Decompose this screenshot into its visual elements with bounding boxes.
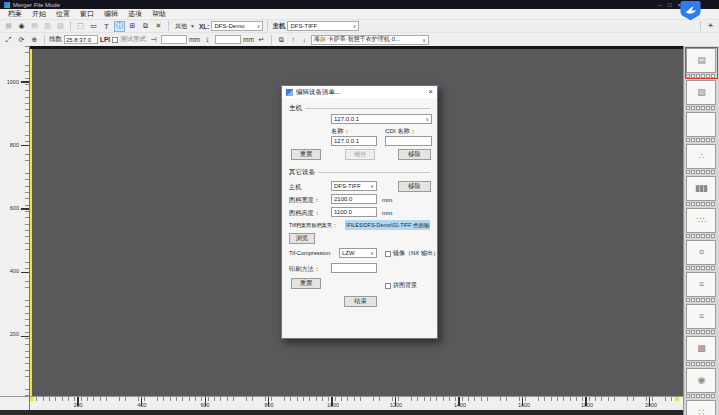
- thumbnail-image: ∵∴: [696, 216, 705, 225]
- toolbar-icon[interactable]: ▤: [29, 21, 40, 32]
- thumbnail-image: ▩: [697, 344, 705, 353]
- cdi-name-input[interactable]: [385, 136, 432, 146]
- device-host-label: 主机: [289, 183, 301, 192]
- background-checkbox[interactable]: 拼图背景: [385, 281, 417, 290]
- dialog-close-icon[interactable]: ×: [428, 88, 433, 96]
- toolbar-icon[interactable]: T: [101, 21, 112, 32]
- remove-host-button[interactable]: 移除: [398, 149, 431, 160]
- job-thumbnail[interactable]: ∴: [686, 144, 717, 174]
- image-height-input[interactable]: 1100.0: [331, 207, 377, 217]
- mirror-checkbox[interactable]: 镜像（NX 输出）: [385, 249, 439, 258]
- save-button[interactable]: 储存: [345, 149, 375, 160]
- horizontal-ruler: 200400600800100012001400160018002000: [30, 396, 683, 410]
- job-thumbnail[interactable]: ¤: [686, 240, 717, 270]
- menu-bar: 档案开始位置窗口编辑选项帮助: [0, 9, 719, 20]
- thumbnail-image: ≡: [699, 280, 703, 289]
- toolbar-icon[interactable]: ⊞: [127, 21, 138, 32]
- job-thumbnail[interactable]: ≡: [686, 304, 717, 334]
- tiff-folder-label: Tiff档案目标档案夹：: [289, 222, 337, 229]
- job-thumbnail[interactable]: ≡: [686, 272, 717, 302]
- menu-item[interactable]: 窗口: [75, 9, 99, 19]
- toolbar-icon[interactable]: ▨: [55, 21, 66, 32]
- finish-button[interactable]: 结束: [344, 296, 377, 307]
- ruler-label: 600: [10, 205, 19, 211]
- chevron-down-icon: ∨: [425, 116, 429, 122]
- security-shield-icon[interactable]: [679, 0, 702, 21]
- toolbar-icon[interactable]: ⟳: [16, 34, 27, 45]
- separation-chips: [686, 202, 717, 206]
- ruler-label: 2000: [645, 402, 657, 408]
- ruler-label: 1000: [327, 402, 339, 408]
- ruler-label: 400: [137, 402, 146, 408]
- test-mode-checkbox[interactable]: [112, 37, 118, 43]
- offset-input[interactable]: [215, 35, 241, 44]
- menu-item[interactable]: 编辑: [99, 9, 123, 19]
- thumbnail-image: ▤: [697, 56, 705, 65]
- menu-item[interactable]: 档案: [3, 9, 27, 19]
- toolbar-icon[interactable]: ◉: [16, 21, 27, 32]
- move-down-icon[interactable]: ↓: [300, 36, 309, 43]
- device-host-select[interactable]: DFS-TIFF∨: [331, 181, 377, 191]
- tif-compression-label: Tif-Compression:: [289, 250, 331, 256]
- host-label: 主机: [272, 22, 285, 31]
- job-thumbnail[interactable]: ◉: [686, 368, 717, 398]
- window-titlebar: Merger File Mode – □ ×: [0, 0, 719, 9]
- tiff-folder-path[interactable]: \FILES\DFS-Demo\01-TIFF 色面输出文件\: [345, 220, 430, 230]
- toolbar-icon[interactable]: ⓘ: [114, 21, 125, 32]
- dialog-titlebar[interactable]: 编辑设备清单... ×: [282, 86, 437, 98]
- job-thumbnail[interactable]: ∷: [686, 400, 717, 415]
- test-mode-label: 测试形式: [120, 35, 146, 44]
- host-ip-select[interactable]: 127.0.0.1∨: [331, 114, 432, 124]
- browse-button[interactable]: 浏览: [289, 233, 315, 244]
- brightness-icon[interactable]: ☀: [705, 21, 716, 32]
- host-group-label: 主机: [289, 104, 302, 113]
- width-input[interactable]: [161, 35, 187, 44]
- image-width-input[interactable]: 2100.0: [331, 194, 377, 204]
- toolbar-icon[interactable]: ▭: [88, 21, 99, 32]
- job-thumbnail[interactable]: ▮▮▮: [686, 176, 717, 206]
- chevron-down-icon: ∨: [370, 250, 374, 256]
- apply-icon[interactable]: ↵: [256, 34, 267, 45]
- menu-item[interactable]: 开始: [27, 9, 51, 19]
- menu-item[interactable]: 选项: [123, 9, 147, 19]
- reset-device-button[interactable]: 重置: [291, 278, 321, 289]
- job-thumbnail[interactable]: [686, 112, 717, 142]
- name-input[interactable]: 127.0.0.1: [331, 136, 377, 146]
- print-method-input[interactable]: [331, 263, 377, 273]
- job-thumbnail[interactable]: ▧: [686, 80, 717, 110]
- tif-compression-select[interactable]: LZW∨: [339, 248, 377, 258]
- menu-item[interactable]: 帮助: [147, 9, 171, 19]
- screen-ruling-input[interactable]: 25.8:37.0: [64, 35, 98, 44]
- toolbar-icon[interactable]: ▥: [42, 21, 53, 32]
- menu-item[interactable]: 位置: [51, 9, 75, 19]
- host-select[interactable]: DFS-TIFF∨: [287, 21, 359, 31]
- chevron-down-icon: ∨: [370, 183, 374, 189]
- print-method-label: 印刷方法：: [289, 265, 320, 274]
- maximize-button[interactable]: □: [668, 2, 672, 8]
- toolbar-icon[interactable]: ⧉: [140, 21, 151, 32]
- job-thumbnail[interactable]: ▤: [686, 48, 717, 78]
- ruler-label: 1000: [7, 79, 19, 85]
- job-thumbnail[interactable]: ▩: [686, 336, 717, 366]
- mm-unit: mm: [189, 36, 200, 43]
- job-select[interactable]: 海尔·卡萨帝·智慧干衣护理机·0...∨: [311, 35, 429, 45]
- job-thumbnail[interactable]: ∵∴: [686, 208, 717, 238]
- edit-device-list-dialog: 编辑设备清单... × 主机 127.0.0.1∨ 名称： CDI 名称： 12…: [281, 85, 438, 339]
- toolbar-icon[interactable]: ▦: [3, 21, 14, 32]
- remove-device-button[interactable]: 移除: [398, 181, 431, 192]
- checkbox-box[interactable]: [385, 283, 391, 289]
- ruler-label: 1400: [454, 402, 466, 408]
- toolbar-icon[interactable]: ⊕: [29, 34, 40, 45]
- duplicate-icon[interactable]: ⧉: [276, 34, 287, 45]
- other-dropdown[interactable]: 其他▼: [173, 21, 197, 31]
- minimize-button[interactable]: –: [659, 2, 662, 8]
- window-title: Merger File Mode: [13, 2, 60, 8]
- toolbar-icon[interactable]: ⤢: [3, 34, 14, 45]
- toolbar-icon[interactable]: ✕: [153, 21, 164, 32]
- checkbox-box[interactable]: [385, 251, 391, 257]
- move-up-icon[interactable]: ↑: [289, 36, 298, 43]
- plate-marker-left: [30, 397, 34, 401]
- toolbar-icon[interactable]: ⬚: [75, 21, 86, 32]
- xl-select[interactable]: DFS-Demo∨: [211, 21, 263, 31]
- reset-host-button[interactable]: 重置: [291, 149, 321, 160]
